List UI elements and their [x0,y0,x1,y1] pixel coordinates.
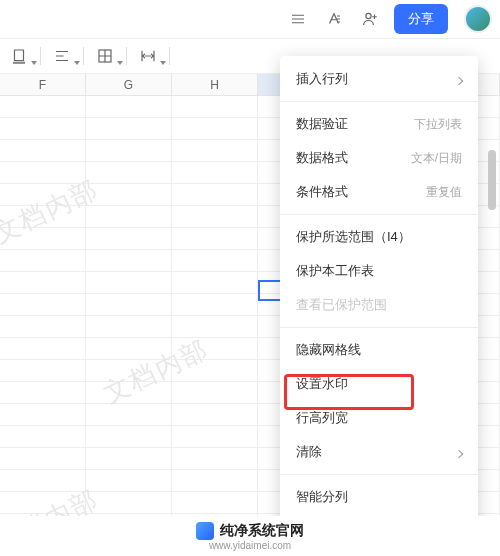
menu-item[interactable]: 保护本工作表 [280,254,478,288]
toolbar-divider [169,47,170,65]
context-menu: 插入行列数据验证下拉列表数据格式文本/日期条件格式重复值保护所选范围（I4）保护… [280,56,478,556]
cell[interactable] [0,404,86,426]
cell[interactable] [172,118,258,140]
add-collaborator-icon[interactable] [358,7,382,31]
cell[interactable] [172,272,258,294]
cell[interactable] [0,426,86,448]
toolbar-divider [126,47,127,65]
borders-button[interactable] [92,43,118,69]
cell[interactable] [0,96,86,118]
cell[interactable] [0,184,86,206]
cell[interactable] [0,338,86,360]
cell[interactable] [0,360,86,382]
cell[interactable] [0,316,86,338]
menu-item-hint: 下拉列表 [414,116,462,133]
user-avatar[interactable] [464,5,492,33]
cell[interactable] [86,360,172,382]
cell[interactable] [0,448,86,470]
menu-item[interactable]: 清除 [280,435,478,469]
cell[interactable] [172,250,258,272]
cell[interactable] [0,118,86,140]
cell[interactable] [0,206,86,228]
cell[interactable] [86,316,172,338]
menu-item-label: 查看已保护范围 [296,296,387,314]
menu-item-label: 智能分列 [296,488,348,506]
merge-cells-button[interactable] [135,43,161,69]
footer-brand-text: 纯净系统官网 [220,522,304,540]
footer-url: www.yidaimei.com [209,540,291,551]
footer: 纯净系统官网 www.yidaimei.com [0,516,500,556]
cell[interactable] [172,382,258,404]
cell[interactable] [86,470,172,492]
cell[interactable] [86,96,172,118]
menu-item-label: 保护所选范围（I4） [296,228,411,246]
cell[interactable] [172,184,258,206]
cell[interactable] [86,448,172,470]
menu-item-hint: 重复值 [426,184,462,201]
menu-item[interactable]: 设置水印 [280,367,478,401]
menu-divider [280,101,478,102]
cell[interactable] [172,338,258,360]
cell[interactable] [172,228,258,250]
menu-item-label: 保护本工作表 [296,262,374,280]
column-header[interactable]: F [0,74,86,96]
cell[interactable] [86,206,172,228]
menu-item-label: 行高列宽 [296,409,348,427]
cell[interactable] [0,470,86,492]
menu-item[interactable]: 隐藏网格线 [280,333,478,367]
cell[interactable] [86,338,172,360]
scrollbar-thumb[interactable] [488,150,496,210]
column-header[interactable]: H [172,74,258,96]
cell[interactable] [86,250,172,272]
cell[interactable] [0,250,86,272]
cell[interactable] [86,162,172,184]
align-button[interactable] [49,43,75,69]
cell[interactable] [0,140,86,162]
cell[interactable] [86,140,172,162]
cell[interactable] [86,228,172,250]
cell[interactable] [172,96,258,118]
text-format-icon[interactable] [322,7,346,31]
cell[interactable] [86,426,172,448]
cell[interactable] [172,294,258,316]
cell[interactable] [0,492,86,514]
menu-item-label: 数据格式 [296,149,348,167]
cell[interactable] [86,294,172,316]
cell[interactable] [172,316,258,338]
cell[interactable] [86,118,172,140]
cell[interactable] [172,360,258,382]
cell[interactable] [0,382,86,404]
cell[interactable] [172,448,258,470]
menu-item[interactable]: 保护所选范围（I4） [280,220,478,254]
cell[interactable] [172,206,258,228]
cell[interactable] [172,426,258,448]
cell[interactable] [86,184,172,206]
column-header[interactable]: G [86,74,172,96]
cell[interactable] [86,404,172,426]
menu-item[interactable]: 数据验证下拉列表 [280,107,478,141]
cell[interactable] [0,162,86,184]
cell[interactable] [172,162,258,184]
menu-item: 查看已保护范围 [280,288,478,322]
cell[interactable] [86,272,172,294]
cell[interactable] [172,470,258,492]
hamburger-icon[interactable] [286,7,310,31]
menu-item[interactable]: 条件格式重复值 [280,175,478,209]
fill-color-button[interactable] [6,43,32,69]
cell[interactable] [172,492,258,514]
menu-item[interactable]: 数据格式文本/日期 [280,141,478,175]
topbar: 分享 [0,0,500,38]
cell[interactable] [172,404,258,426]
cell[interactable] [86,492,172,514]
menu-item[interactable]: 智能分列 [280,480,478,514]
menu-item[interactable]: 插入行列 [280,62,478,96]
cell[interactable] [0,228,86,250]
cell[interactable] [86,382,172,404]
cell[interactable] [0,272,86,294]
share-button[interactable]: 分享 [394,4,448,34]
cell[interactable] [0,294,86,316]
menu-item-label: 插入行列 [296,70,348,88]
menu-item-label: 设置水印 [296,375,348,393]
cell[interactable] [172,140,258,162]
menu-item[interactable]: 行高列宽 [280,401,478,435]
